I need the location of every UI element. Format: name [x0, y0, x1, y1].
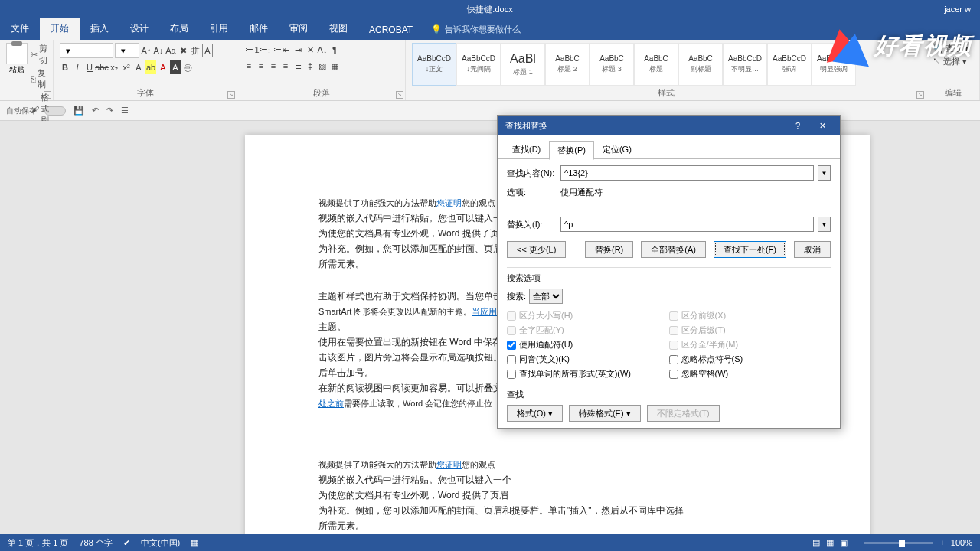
spellcheck-icon[interactable]: ✔ — [123, 538, 130, 548]
style-不明显…[interactable]: AaBbCcD不明显… — [723, 43, 767, 86]
touch-mode-icon[interactable]: ☰ — [121, 106, 129, 116]
char-shading-icon[interactable]: A — [170, 60, 181, 74]
tab-home[interactable]: 开始 — [40, 18, 80, 40]
tab-references[interactable]: 引用 — [199, 18, 239, 40]
print-layout-icon[interactable]: ▦ — [826, 538, 834, 548]
cancel-button[interactable]: 取消 — [794, 241, 831, 258]
line-spacing-icon[interactable]: ‡ — [305, 59, 315, 73]
wildcards-checkbox[interactable]: 使用通配符(U) — [507, 339, 669, 350]
dialog-launcher-icon[interactable]: ↘ — [916, 91, 924, 99]
help-icon[interactable]: ? — [788, 116, 808, 135]
asian-layout-icon[interactable]: ✕ — [305, 43, 315, 57]
macro-icon[interactable]: ▦ — [191, 538, 198, 548]
tab-insert[interactable]: 插入 — [80, 18, 119, 40]
tab-acrobat[interactable]: ACROBAT — [358, 20, 423, 40]
cut-button[interactable]: ✂剪切 — [31, 43, 49, 66]
tell-me[interactable]: 💡告诉我你想要做什么 — [423, 19, 528, 40]
replace-button[interactable]: 替换(R) — [585, 241, 633, 258]
word-forms-checkbox[interactable]: 查找单词的所有形式(英文)(W) — [507, 368, 669, 380]
show-marks-icon[interactable]: ¶ — [329, 43, 340, 57]
paste-button[interactable]: 粘贴 — [6, 43, 28, 75]
zoom-in-icon[interactable]: + — [939, 538, 944, 547]
phonetic-icon[interactable]: 拼 — [190, 44, 201, 57]
read-mode-icon[interactable]: ▤ — [812, 538, 820, 548]
tab-file[interactable]: 文件 — [0, 18, 40, 40]
dialog-launcher-icon[interactable]: ↘ — [396, 91, 403, 99]
style-标题 2[interactable]: AaBbC标题 2 — [545, 43, 590, 86]
tab-mailings[interactable]: 邮件 — [239, 18, 279, 40]
link[interactable]: 您证明 — [436, 460, 462, 469]
link[interactable]: 当应用 — [472, 307, 497, 316]
style-↓无间隔[interactable]: AaBbCcD↓无间隔 — [456, 43, 501, 86]
superscript-button[interactable]: x² — [121, 60, 132, 74]
close-icon[interactable]: ✕ — [812, 116, 832, 135]
tab-review[interactable]: 审阅 — [279, 18, 318, 40]
tab-find[interactable]: 查找(D) — [504, 140, 549, 159]
replace-all-button[interactable]: 全部替换(A) — [641, 241, 706, 258]
align-center-icon[interactable]: ≡ — [256, 59, 266, 73]
dialog-titlebar[interactable]: 查找和替换 ? ✕ — [498, 116, 840, 135]
underline-button[interactable]: U — [84, 60, 95, 74]
style-强调[interactable]: AaBbCcD强调 — [767, 43, 812, 86]
style-标题[interactable]: AaBbC标题 — [634, 43, 678, 86]
shrink-font-icon[interactable]: A↓ — [153, 44, 164, 57]
tab-goto[interactable]: 定位(G) — [594, 140, 640, 159]
tab-view[interactable]: 视图 — [318, 18, 358, 40]
tab-design[interactable]: 设计 — [119, 18, 159, 40]
chevron-down-icon[interactable]: ▼ — [818, 217, 831, 232]
less-button[interactable]: << 更少(L) — [507, 241, 566, 258]
chevron-down-icon[interactable]: ▼ — [818, 165, 831, 181]
format-button[interactable]: 格式(O) ▾ — [507, 405, 563, 422]
tab-layout[interactable]: 布局 — [159, 18, 199, 40]
style-副标题[interactable]: AaBbC副标题 — [678, 43, 723, 86]
page-status[interactable]: 第 1 页，共 1 页 — [8, 537, 68, 549]
multilevel-icon[interactable]: ⋮≔ — [268, 43, 279, 57]
enclose-char-icon[interactable]: ㊥ — [182, 60, 193, 74]
bullets-icon[interactable]: ≔ — [243, 43, 254, 57]
redo-icon[interactable]: ↷ — [106, 106, 113, 116]
change-case-icon[interactable]: Aa — [165, 44, 176, 57]
ignore-punct-checkbox[interactable]: 忽略标点符号(S) — [669, 354, 831, 365]
tab-replace[interactable]: 替换(P) — [549, 141, 594, 160]
strike-button[interactable]: abc — [96, 60, 107, 74]
replace-input[interactable] — [560, 217, 814, 232]
text-effects-icon[interactable]: A — [133, 60, 144, 74]
subscript-button[interactable]: x₂ — [109, 60, 119, 74]
indent-right-icon[interactable]: ⇥ — [292, 43, 303, 57]
zoom-level[interactable]: 100% — [951, 538, 972, 547]
link[interactable]: 处之前 — [318, 399, 344, 408]
save-icon[interactable]: 💾 — [74, 106, 84, 116]
zoom-out-icon[interactable]: − — [854, 538, 858, 547]
style-标题 1[interactable]: AaBl标题 1 — [501, 43, 545, 86]
word-count[interactable]: 788 个字 — [79, 537, 112, 549]
italic-button[interactable]: I — [72, 60, 83, 74]
sounds-like-checkbox[interactable]: 同音(英文)(K) — [507, 354, 669, 365]
grow-font-icon[interactable]: A↑ — [141, 44, 152, 57]
style-↓正文[interactable]: AaBbCcD↓正文 — [412, 43, 456, 86]
align-left-icon[interactable]: ≡ — [243, 59, 254, 73]
font-name-combo[interactable]: ▾ — [60, 43, 113, 58]
sort-icon[interactable]: A↓ — [317, 43, 328, 57]
clear-format-icon[interactable]: ✖ — [178, 44, 188, 57]
style-标题 3[interactable]: AaBbC标题 3 — [590, 43, 634, 86]
undo-icon[interactable]: ↶ — [92, 106, 99, 116]
distribute-icon[interactable]: ≣ — [292, 59, 303, 73]
bold-button[interactable]: B — [60, 60, 70, 74]
search-direction-select[interactable]: 全部 — [529, 289, 563, 304]
link[interactable]: 您证明 — [436, 198, 462, 207]
find-input[interactable] — [560, 165, 814, 181]
font-color-button[interactable]: A — [158, 60, 168, 74]
justify-icon[interactable]: ≡ — [280, 59, 291, 73]
borders-icon[interactable]: ▦ — [329, 59, 340, 73]
special-button[interactable]: 特殊格式(E) ▾ — [569, 405, 641, 422]
indent-left-icon[interactable]: ⇤ — [280, 43, 291, 57]
dialog-launcher-icon[interactable]: ↘ — [227, 91, 235, 99]
align-right-icon[interactable]: ≡ — [268, 59, 279, 73]
shading-icon[interactable]: ▨ — [317, 59, 328, 73]
find-next-button[interactable]: 查找下一处(F) — [714, 241, 786, 258]
zoom-slider[interactable] — [864, 542, 933, 544]
dialog-launcher-icon[interactable]: ↘ — [44, 91, 51, 99]
copy-button[interactable]: ⎘复制 — [31, 67, 49, 90]
char-border-icon[interactable]: A — [202, 44, 213, 57]
language[interactable]: 中文(中国) — [141, 537, 180, 549]
